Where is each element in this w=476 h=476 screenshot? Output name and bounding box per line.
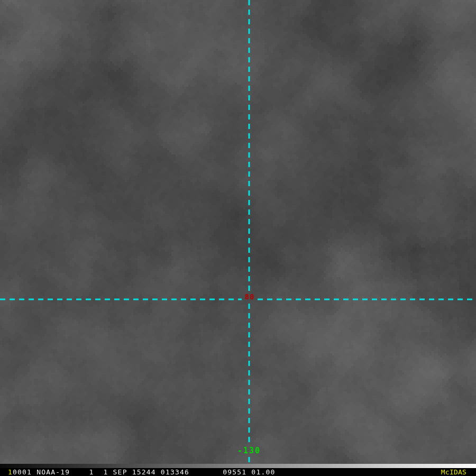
mcidas-brand-label: McIDAS	[441, 468, 466, 476]
cursor-brightness-value: 80	[242, 294, 257, 300]
longitude-label: -130	[227, 447, 271, 455]
status-info: 10001 NOAA-19 1 1 SEP 15244 013346 09551…	[8, 468, 276, 476]
grayscale-colorbar	[0, 464, 476, 468]
status-bar: 10001 NOAA-19 1 1 SEP 15244 013346 09551…	[0, 468, 476, 476]
frame-number: 1	[8, 468, 13, 476]
mcidas-image-window: 80 -130 10001 NOAA-19 1 1 SEP 15244 0133…	[0, 0, 476, 476]
image-info-text: 0001 NOAA-19 1 1 SEP 15244 013346 09551 …	[13, 468, 275, 476]
satellite-image-canvas[interactable]	[0, 0, 476, 476]
